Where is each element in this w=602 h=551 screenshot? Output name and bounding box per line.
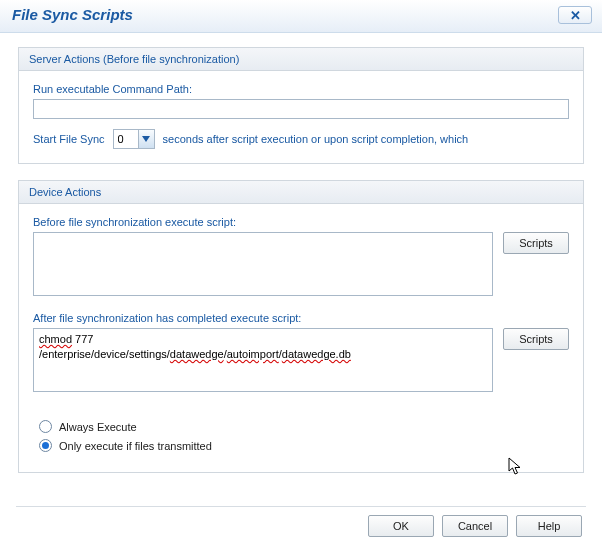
chevron-down-icon	[142, 136, 150, 142]
delay-leading-label: Start File Sync	[33, 133, 105, 145]
delay-trailing-label: seconds after script execution or upon s…	[163, 133, 469, 145]
device-actions-group: Device Actions Before file synchronizati…	[18, 180, 584, 473]
delay-dropdown-button[interactable]	[138, 130, 154, 148]
radio-only-if-transmitted[interactable]: Only execute if files transmitted	[39, 439, 569, 452]
radio-always-label: Always Execute	[59, 421, 137, 433]
after-scripts-button[interactable]: Scripts	[503, 328, 569, 350]
close-button[interactable]: ✕	[558, 6, 592, 24]
button-bar: OK Cancel Help	[368, 515, 582, 537]
dialog-body: Server Actions (Before file synchronizat…	[0, 33, 602, 473]
help-button[interactable]: Help	[516, 515, 582, 537]
before-script-textarea[interactable]	[33, 232, 493, 296]
radio-only-label: Only execute if files transmitted	[59, 440, 212, 452]
before-script-label: Before file synchronization execute scri…	[33, 216, 569, 228]
server-actions-group: Server Actions (Before file synchronizat…	[18, 47, 584, 164]
after-script-textarea[interactable]: chmod 777/enterprise/device/settings/dat…	[33, 328, 493, 392]
command-path-label: Run executable Command Path:	[33, 83, 569, 95]
cancel-button[interactable]: Cancel	[442, 515, 508, 537]
radio-icon	[39, 439, 52, 452]
server-actions-header: Server Actions (Before file synchronizat…	[19, 48, 583, 71]
device-actions-header: Device Actions	[19, 181, 583, 204]
after-script-label: After file synchronization has completed…	[33, 312, 569, 324]
close-icon: ✕	[570, 8, 581, 23]
separator	[16, 506, 586, 507]
dialog-title: File Sync Scripts	[12, 6, 133, 23]
radio-always-execute[interactable]: Always Execute	[39, 420, 569, 433]
before-scripts-button[interactable]: Scripts	[503, 232, 569, 254]
ok-button[interactable]: OK	[368, 515, 434, 537]
command-path-input[interactable]	[33, 99, 569, 119]
title-bar: File Sync Scripts ✕	[0, 0, 602, 33]
radio-icon	[39, 420, 52, 433]
